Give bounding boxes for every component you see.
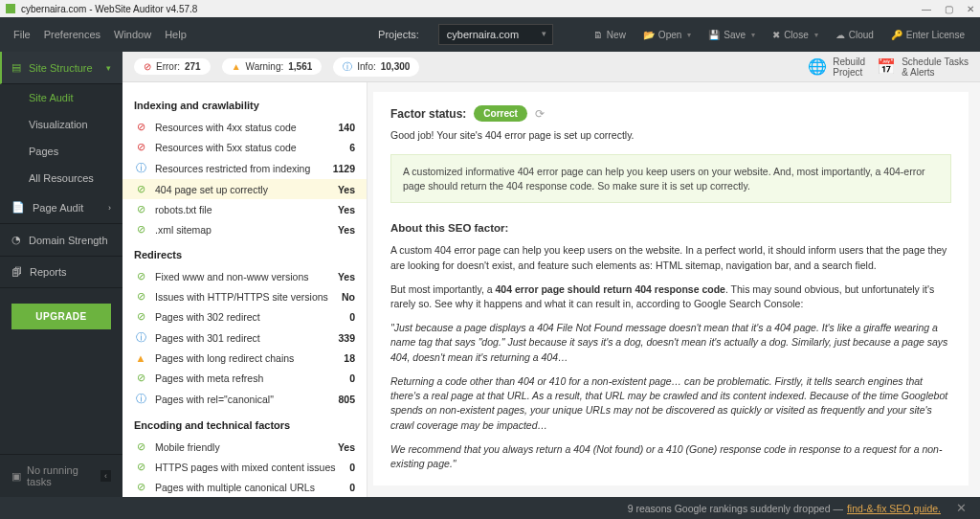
warnings-pill[interactable]: ▲Warning: 1,561 (222, 58, 323, 75)
factor-value: 1129 (333, 163, 355, 174)
factor-row[interactable]: ⊘Pages with meta refresh0 (122, 368, 367, 388)
factor-row[interactable]: ⊘404 page set up correctlyYes (122, 179, 367, 199)
new-button[interactable]: 🗎New (591, 30, 628, 40)
factor-label: HTTPS pages with mixed content issues (155, 462, 349, 473)
save-icon: 💾 (708, 30, 720, 40)
close-banner-icon[interactable]: ✕ (956, 501, 967, 515)
sidebar-item-site-audit[interactable]: Site Audit (25, 84, 122, 111)
sidebar-site-structure[interactable]: ▤ Site Structure ▾ (0, 52, 122, 84)
factor-label: Pages with meta refresh (155, 372, 349, 384)
chevron-down-icon: ▾ (687, 31, 691, 39)
open-button[interactable]: 📂Open▾ (641, 30, 693, 40)
maximize-icon[interactable]: ▢ (945, 4, 953, 14)
status-icon: ▲ (134, 352, 147, 364)
sidebar-label: Page Audit (33, 202, 83, 214)
sidebar-label: Domain Strength (29, 235, 108, 246)
chevron-down-icon: ▾ (751, 31, 755, 39)
footer-text: 9 reasons Google rankings suddenly dropp… (628, 503, 843, 514)
info-icon: ⓘ (343, 60, 352, 74)
factor-row[interactable]: ⊘Issues with HTTP/HTTPS site versionsNo (122, 286, 367, 306)
factor-row[interactable]: ⊘Mobile friendlyYes (122, 437, 367, 457)
sidebar-reports[interactable]: 🗐 Reports (0, 257, 122, 288)
status-icon: ⓘ (134, 392, 147, 406)
menu-preferences[interactable]: Preferences (44, 29, 100, 40)
factor-value: Yes (338, 441, 355, 453)
factor-row[interactable]: ⓘPages with 301 redirect339 (122, 327, 367, 349)
chevron-left-icon[interactable]: ‹ (100, 470, 111, 482)
summary-bar: ⊘Error: 271 ▲Warning: 1,561 ⓘInfo: 10,30… (122, 52, 980, 82)
factor-row[interactable]: ⓘResources restricted from indexing1129 (122, 157, 367, 179)
status-icon: ⊘ (134, 183, 147, 195)
section-heading: Redirects (122, 239, 367, 266)
project-select[interactable]: cybernaira.com (438, 24, 553, 45)
schedule-tasks-button[interactable]: 📅 Schedule Tasks& Alerts (877, 56, 969, 78)
status-icon: ⊘ (134, 203, 147, 215)
sidebar-item-all-resources[interactable]: All Resources (25, 165, 122, 192)
factors-list: Indexing and crawlability⊘Resources with… (122, 82, 368, 497)
warning-icon: ▲ (232, 61, 241, 72)
factor-label: Resources restricted from indexing (155, 163, 333, 174)
close-icon[interactable]: ✕ (967, 4, 974, 14)
factor-label: Pages with long redirect chains (155, 352, 344, 364)
titlebar: cybernaira.com - WebSite Auditor v4.57.8… (0, 0, 980, 17)
status-icon: ⊘ (134, 290, 147, 303)
factor-label: .xml sitemap (155, 224, 338, 236)
upgrade-button[interactable]: UPGRADE (11, 304, 111, 329)
factor-row[interactable]: ▲Pages with long redirect chains18 (122, 349, 367, 368)
factor-value: 0 (349, 372, 355, 384)
footer-link[interactable]: find-&-fix SEO guide. (847, 503, 941, 514)
sidebar-item-pages[interactable]: Pages (25, 138, 122, 165)
key-icon: 🔑 (891, 30, 902, 40)
refresh-icon[interactable]: ⟳ (535, 107, 545, 121)
sidebar-page-audit[interactable]: 📄 Page Audit › (0, 192, 122, 224)
factor-row[interactable]: ⊘Pages with 302 redirect0 (122, 306, 367, 327)
open-icon: 📂 (643, 30, 655, 40)
menu-file[interactable]: File (13, 29, 31, 40)
tasks-icon: ▣ (11, 470, 21, 483)
factor-value: Yes (338, 224, 355, 236)
page-audit-icon: 📄 (11, 201, 25, 214)
status-icon: ⊘ (134, 270, 147, 282)
close-button[interactable]: ✖Close▾ (770, 30, 820, 40)
factor-value: No (342, 291, 355, 303)
minimize-icon[interactable]: — (922, 4, 931, 14)
gauge-icon: ◔ (11, 234, 21, 246)
factor-status-label: Factor status: (390, 107, 466, 121)
tip-box: A customized informative 404 error page … (390, 154, 951, 203)
factor-row[interactable]: ⊘HTTPS pages with mixed content issues0 (122, 457, 367, 477)
menu-window[interactable]: Window (114, 29, 151, 40)
sidebar-label: Site Structure (29, 62, 93, 74)
paragraph: Returning a code other than 404 or 410 f… (390, 374, 951, 433)
factor-row[interactable]: ⊘.xml sitemapYes (122, 219, 367, 239)
factor-label: Pages with 301 redirect (155, 332, 338, 344)
info-pill[interactable]: ⓘInfo: 10,300 (333, 57, 419, 77)
factor-row[interactable]: ⊘Resources with 5xx status code6 (122, 137, 367, 157)
factor-row[interactable]: ⊘Fixed www and non-www versionsYes (122, 266, 367, 286)
factor-value: 339 (338, 332, 355, 344)
errors-pill[interactable]: ⊘Error: 271 (134, 58, 211, 75)
save-button[interactable]: 💾Save▾ (706, 30, 757, 40)
menu-help[interactable]: Help (165, 29, 187, 40)
window-title: cybernaira.com - WebSite Auditor v4.57.8 (21, 4, 922, 14)
projects-label: Projects: (378, 29, 419, 40)
detail-panel: Factor status: Correct ⟳ Good job! Your … (373, 92, 969, 485)
cloud-button[interactable]: ☁Cloud (834, 30, 876, 40)
factor-row[interactable]: ⊘Pages with multiple canonical URLs0 (122, 477, 367, 497)
sidebar-domain-strength[interactable]: ◔ Domain Strength (0, 224, 122, 257)
status-icon: ⊘ (134, 121, 147, 133)
status-icon: ⓘ (134, 161, 147, 175)
section-heading: Encoding and technical factors (122, 410, 367, 437)
factor-row[interactable]: ⊘Resources with 4xx status code140 (122, 117, 367, 137)
status-icon: ⓘ (134, 330, 147, 345)
factor-row[interactable]: ⓘPages with rel="canonical"805 (122, 388, 367, 410)
rebuild-icon: 🌐 (808, 57, 827, 76)
sidebar-item-visualization[interactable]: Visualization (25, 111, 122, 138)
license-button[interactable]: 🔑Enter License (889, 30, 967, 40)
factor-label: Issues with HTTP/HTTPS site versions (155, 291, 342, 303)
sidebar-label: Reports (30, 266, 67, 278)
factor-row[interactable]: ⊘robots.txt fileYes (122, 199, 367, 219)
sidebar-tasks[interactable]: ▣ No running tasks ‹ (0, 454, 122, 497)
rebuild-project-button[interactable]: 🌐 RebuildProject (808, 56, 865, 78)
status-icon: ⊘ (134, 461, 147, 473)
factor-label: Fixed www and non-www versions (155, 271, 338, 282)
